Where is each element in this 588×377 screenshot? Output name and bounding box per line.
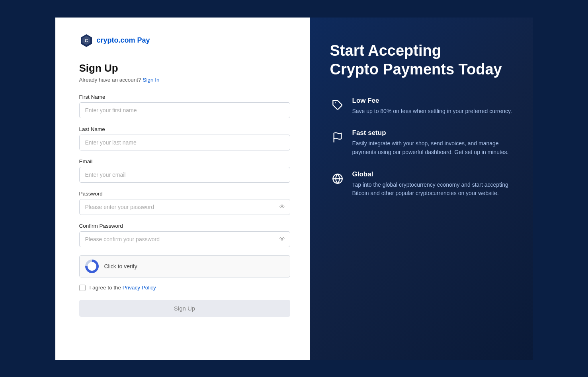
privacy-policy-row: I agree to the Privacy Policy [79,285,290,291]
privacy-policy-link[interactable]: Privacy Policy [123,285,156,291]
right-title-line1: Start Accepting [330,42,441,59]
email-group: Email [79,158,290,183]
sign-in-link[interactable]: Sign In [143,77,159,83]
feature-global: Global Tap into the global cryptocurrenc… [330,170,513,198]
first-name-group: First Name [79,94,290,118]
confirm-password-wrapper: 👁 [79,231,290,247]
verify-button[interactable]: Click to verify [79,255,290,277]
password-group: Password 👁 [79,191,290,215]
email-input[interactable] [79,167,290,183]
logo-text: crypto.com Pay [97,36,150,45]
page-wrapper: C crypto.com Pay Sign Up Already have an… [55,18,533,360]
logo-pay: Pay [137,36,150,44]
password-eye-icon[interactable]: 👁 [279,203,285,211]
password-input[interactable] [79,199,290,215]
globe-icon [330,171,345,186]
privacy-policy-checkbox[interactable] [79,285,86,291]
right-title: Start Accepting Crypto Payments Today [330,41,513,79]
left-panel: C crypto.com Pay Sign Up Already have an… [55,18,310,360]
email-label: Email [79,158,290,164]
page-title: Sign Up [79,62,290,74]
first-name-input[interactable] [79,102,290,118]
feature-low-fee-title: Low Fee [352,97,512,105]
feature-low-fee: Low Fee Save up to 80% on fees when sett… [330,97,513,116]
verify-spinner-inner [88,262,96,271]
feature-fast-setup-content: Fast setup Easily integrate with your sh… [352,129,513,156]
right-panel: Start Accepting Crypto Payments Today Lo… [310,18,533,360]
already-account-text: Already have an account? Sign In [79,77,290,83]
confirm-password-group: Confirm Password 👁 [79,223,290,247]
first-name-label: First Name [79,94,290,100]
feature-low-fee-desc: Save up to 80% on fees when settling in … [352,107,512,116]
tag-icon [330,98,345,113]
password-label: Password [79,191,290,197]
right-title-line2: Crypto Payments Today [330,61,502,78]
last-name-label: Last Name [79,126,290,132]
feature-global-desc: Tap into the global cryptocurrency econo… [352,181,513,198]
verify-text: Click to verify [104,263,137,270]
privacy-policy-label: I agree to the Privacy Policy [90,285,156,291]
feature-low-fee-content: Low Fee Save up to 80% on fees when sett… [352,97,512,116]
verify-spinner [85,260,99,273]
confirm-password-label: Confirm Password [79,223,290,229]
feature-global-content: Global Tap into the global cryptocurrenc… [352,170,513,198]
signup-button[interactable]: Sign Up [79,300,290,317]
svg-text:C: C [85,38,88,43]
last-name-input[interactable] [79,135,290,150]
crypto-logo-icon: C [79,33,94,48]
feature-fast-setup-desc: Easily integrate with your shop, send in… [352,139,513,156]
confirm-password-input[interactable] [79,231,290,247]
password-wrapper: 👁 [79,199,290,215]
feature-fast-setup: Fast setup Easily integrate with your sh… [330,129,513,156]
last-name-group: Last Name [79,126,290,150]
feature-global-title: Global [352,170,513,178]
logo-area: C crypto.com Pay [79,33,290,48]
feature-fast-setup-title: Fast setup [352,129,513,137]
confirm-password-eye-icon[interactable]: 👁 [279,236,285,243]
flag-icon [330,130,345,145]
logo-brand: crypto.com [97,36,135,44]
